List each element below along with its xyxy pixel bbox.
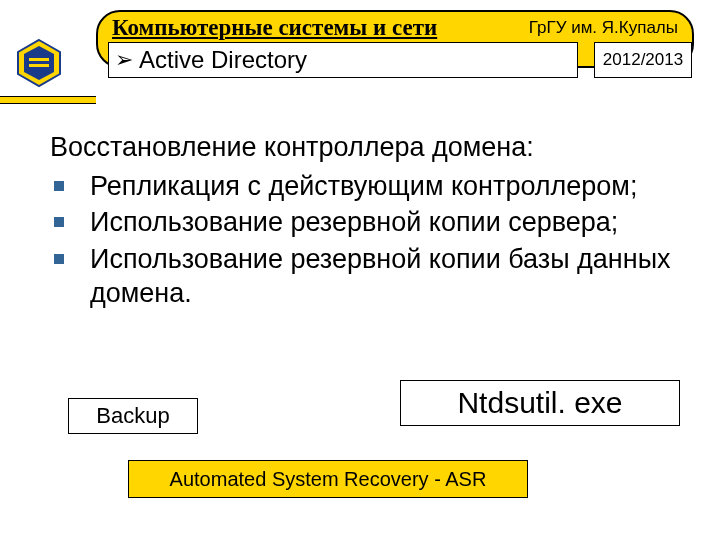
ntdsutil-box: Ntdsutil. exe [400, 380, 680, 426]
academic-year-box: 2012/2013 [594, 42, 692, 78]
list-item: Репликация с действующим контроллером; [50, 169, 690, 204]
university-name: ГрГУ им. Я.Купалы [529, 18, 678, 38]
slide-content: Восстановление контроллера домена: Репли… [50, 130, 690, 313]
content-heading: Восстановление контроллера домена: [50, 130, 690, 165]
list-item: Использование резервной копии базы данны… [50, 242, 690, 311]
university-logo-icon [14, 38, 64, 88]
asr-box: Automated System Recovery - ASR [128, 460, 528, 498]
svg-rect-2 [29, 58, 49, 61]
arrow-icon: ➢ [115, 47, 133, 73]
asr-label: Automated System Recovery - ASR [170, 468, 487, 491]
svg-rect-3 [29, 64, 49, 67]
subtopic-label: Active Directory [139, 46, 307, 74]
course-title: Компьютерные системы и сети [112, 15, 437, 41]
backup-box: Backup [68, 398, 198, 434]
accent-bar [0, 96, 96, 104]
backup-label: Backup [96, 403, 169, 429]
academic-year: 2012/2013 [603, 50, 683, 70]
content-list: Репликация с действующим контроллером; И… [50, 169, 690, 311]
subtopic-box: ➢ Active Directory [108, 42, 578, 78]
list-item: Использование резервной копии сервера; [50, 205, 690, 240]
ntdsutil-label: Ntdsutil. exe [457, 386, 622, 420]
